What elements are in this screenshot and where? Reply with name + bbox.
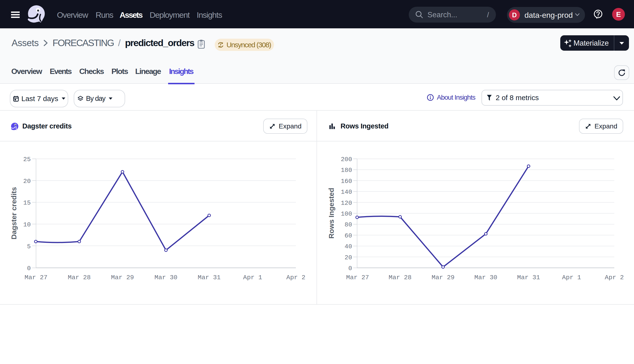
svg-text:Rows Ingested: Rows Ingested xyxy=(327,188,335,239)
svg-text:100: 100 xyxy=(341,210,352,218)
svg-text:Apr 1: Apr 1 xyxy=(562,274,581,281)
svg-text:Mar 31: Mar 31 xyxy=(198,274,220,281)
svg-text:160: 160 xyxy=(341,178,352,185)
svg-text:140: 140 xyxy=(341,188,352,196)
svg-text:Apr 2: Apr 2 xyxy=(286,274,306,281)
svg-text:20: 20 xyxy=(344,254,352,261)
svg-text:25: 25 xyxy=(23,156,31,163)
svg-text:Mar 29: Mar 29 xyxy=(432,274,454,281)
svg-text:60: 60 xyxy=(344,232,352,240)
svg-text:Mar 29: Mar 29 xyxy=(111,274,134,281)
svg-text:Mar 30: Mar 30 xyxy=(154,274,177,281)
svg-text:80: 80 xyxy=(344,221,352,228)
svg-text:Apr 2: Apr 2 xyxy=(605,274,624,281)
svg-text:Apr 1: Apr 1 xyxy=(243,274,262,281)
svg-text:Mar 27: Mar 27 xyxy=(346,274,369,281)
svg-text:120: 120 xyxy=(341,200,352,207)
svg-text:Dagster credits: Dagster credits xyxy=(10,187,18,240)
svg-text:10: 10 xyxy=(23,221,31,228)
svg-text:40: 40 xyxy=(344,243,352,250)
svg-text:Mar 27: Mar 27 xyxy=(24,274,47,281)
svg-text:0: 0 xyxy=(348,265,352,272)
svg-text:180: 180 xyxy=(341,167,352,174)
svg-text:Mar 30: Mar 30 xyxy=(474,274,497,281)
svg-text:Mar 28: Mar 28 xyxy=(68,274,90,281)
svg-text:Mar 31: Mar 31 xyxy=(517,274,540,281)
svg-text:Mar 28: Mar 28 xyxy=(388,274,412,281)
svg-text:5: 5 xyxy=(27,243,31,250)
svg-text:15: 15 xyxy=(23,199,31,206)
svg-text:200: 200 xyxy=(341,156,352,163)
svg-text:0: 0 xyxy=(27,265,31,272)
svg-text:20: 20 xyxy=(23,178,31,185)
